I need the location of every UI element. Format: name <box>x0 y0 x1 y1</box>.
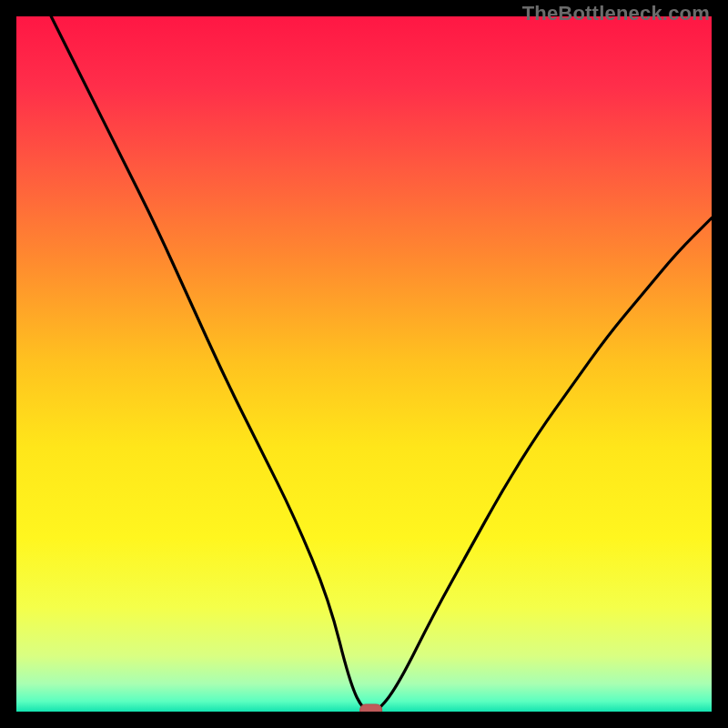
watermark-text: TheBottleneck.com <box>522 2 710 25</box>
gradient-background <box>16 16 712 712</box>
chart-frame: TheBottleneck.com <box>0 0 728 728</box>
bottleneck-marker <box>360 704 382 712</box>
plot-area <box>16 16 712 712</box>
bottleneck-chart <box>16 16 712 712</box>
